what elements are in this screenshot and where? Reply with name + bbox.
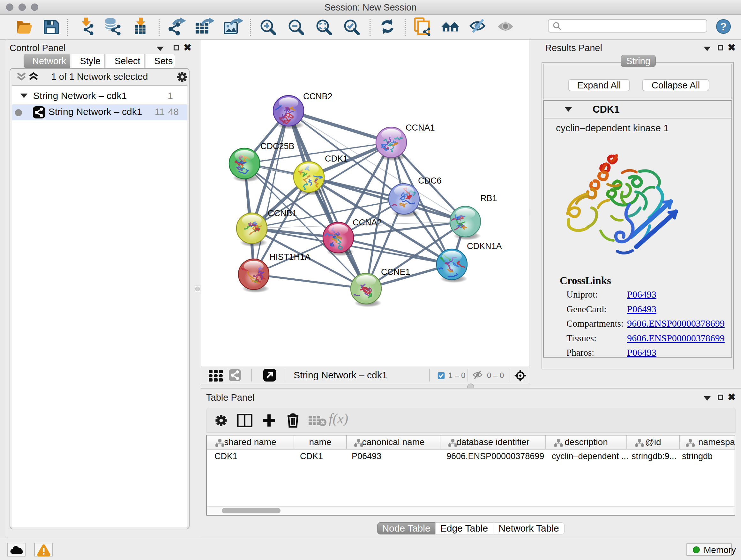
svg-text:?: ? (720, 20, 727, 33)
svg-text:CCNE1: CCNE1 (381, 267, 410, 277)
svg-text:CCNA1: CCNA1 (406, 123, 435, 132)
svg-text:CCNA2: CCNA2 (353, 218, 382, 227)
svg-text:CCNB1: CCNB1 (268, 208, 297, 218)
svg-text:CDKN1A: CDKN1A (467, 241, 502, 251)
svg-text:HIST1H1A: HIST1H1A (269, 252, 311, 262)
svg-text:CDC25B: CDC25B (260, 141, 294, 151)
svg-text:CDK1: CDK1 (325, 154, 348, 164)
svg-text:CCNB2: CCNB2 (303, 91, 333, 101)
svg-text:CDC6: CDC6 (418, 176, 442, 186)
svg-text:RB1: RB1 (480, 193, 497, 203)
